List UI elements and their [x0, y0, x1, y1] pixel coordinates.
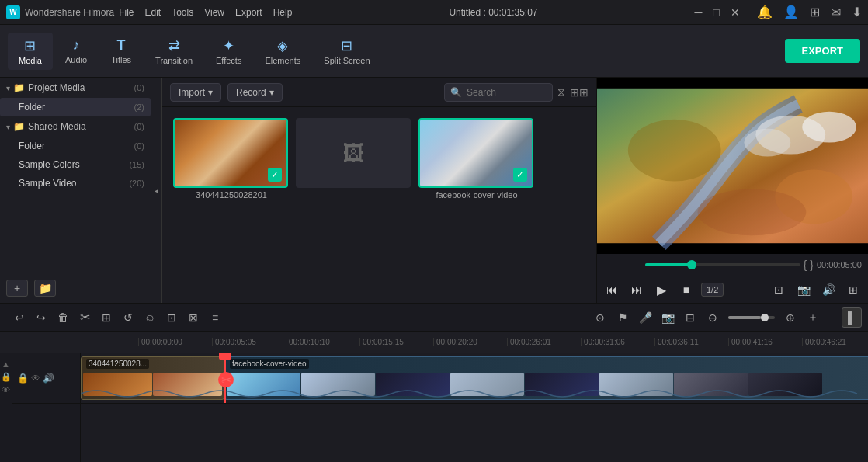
timeline-area: ↩ ↪ 🗑 ✂ ⊞ ↺ ☺ ⊡ ⊠ ≡ ⊙ ⚑ 🎤 📷 ⊟ ⊖ ⊕ ＋ ▌ [0, 303, 868, 462]
tl-add-button[interactable]: ＋ [803, 307, 823, 328]
crop-button[interactable]: ⊞ [96, 307, 116, 328]
prev-rewind-button[interactable]: ⏮ [602, 280, 622, 300]
prev-prev-button[interactable]: ⏭ [627, 280, 647, 300]
sidebar-collapse-button[interactable]: ◂ [151, 78, 162, 303]
delete-button[interactable]: 🗑 [53, 307, 73, 328]
svg-point-1 [628, 120, 721, 182]
filter-icon[interactable]: ⧖ [557, 85, 565, 99]
bracket-right[interactable]: } [810, 259, 814, 271]
audio-adj-button[interactable]: ⊠ [183, 307, 203, 328]
speed-button[interactable]: ↺ [118, 307, 138, 328]
track-collapse-icon[interactable]: ▲ [2, 360, 10, 369]
media-item-0[interactable]: ✓ 340441250028201 [173, 118, 290, 200]
prev-screenshot-button[interactable]: 📷 [793, 280, 814, 300]
toolbar-titles[interactable]: T Titles [99, 33, 143, 69]
transform-button[interactable]: ⊡ [161, 307, 182, 328]
sample-colors-label: Sample Colors [19, 159, 80, 170]
sample-video-label: Sample Video [19, 178, 77, 189]
timeline-toolbar: ↩ ↪ 🗑 ✂ ⊞ ↺ ☺ ⊡ ⊠ ≡ ⊙ ⚑ 🎤 📷 ⊟ ⊖ ⊕ ＋ ▌ [0, 304, 868, 332]
redo-button[interactable]: ↪ [31, 307, 51, 328]
zoom-slider-fill [728, 316, 761, 319]
toolbar-splitscreen[interactable]: ⊟ Split Screen [313, 33, 380, 70]
zoom-slider-handle[interactable] [761, 314, 769, 321]
elements-icon: ◈ [277, 37, 288, 54]
tl-snapshot-button[interactable]: 📷 [658, 307, 678, 328]
undo-button[interactable]: ↩ [9, 307, 30, 328]
sidebar-section-project-media[interactable]: ▾ 📁 Project Media (0) [0, 78, 151, 98]
sidebar-section-shared-media[interactable]: ▾ 📁 Shared Media (0) [0, 116, 151, 137]
sidebar-item-folder-1[interactable]: Folder (2) [0, 98, 151, 116]
export-button[interactable]: EXPORT [785, 39, 860, 63]
audio-waveform-overlay [81, 386, 868, 401]
effects-icon: ✦ [223, 37, 234, 54]
effects-label: Effects [216, 56, 241, 65]
prev-play-button[interactable]: ▶ [651, 280, 672, 300]
tl-magnet-button[interactable]: ⊙ [590, 307, 610, 328]
prev-more-button[interactable]: ⊞ [843, 280, 863, 300]
tl-screen-button[interactable]: ⊟ [680, 307, 700, 328]
account-icon[interactable]: 👤 [783, 5, 799, 19]
bracket-left[interactable]: { [804, 259, 807, 271]
zoom-slider[interactable] [728, 316, 775, 319]
app-name: Wondershare Filmora [25, 7, 114, 18]
tl-marker-button[interactable]: ⚑ [613, 307, 633, 328]
toolbar-elements[interactable]: ◈ Elements [254, 33, 311, 70]
media-item-2[interactable]: ✓ facebook-cover-video [418, 118, 535, 200]
ruler-mark-4: 00:00:20:20 [433, 338, 507, 346]
menu-export[interactable]: Export [235, 7, 262, 18]
shared-media-title: Shared Media [28, 121, 131, 132]
prev-fullscreen-button[interactable]: ⊡ [769, 280, 789, 300]
menu-view[interactable]: View [204, 7, 224, 18]
import-button[interactable]: Import ▾ [170, 83, 221, 102]
download-icon[interactable]: ⬇ [852, 5, 862, 19]
preview-seekbar[interactable] [645, 263, 800, 266]
sidebar-item-sample-video[interactable]: Sample Video (20) [0, 174, 151, 193]
tl-zoom-in-button[interactable]: ⊕ [780, 307, 800, 328]
grid-icon[interactable]: ⊞ [810, 5, 820, 19]
track-speaker-icon[interactable]: 🔊 [43, 373, 54, 384]
ruler-mark-1: 00:00:05:05 [212, 338, 286, 346]
close-icon[interactable]: ✕ [731, 6, 740, 19]
notification-icon[interactable]: 🔔 [757, 5, 773, 19]
toolbar-media[interactable]: ⊞ Media [8, 33, 53, 70]
media-grid: ✓ 340441250028201 🖼 ✓ facebook-cover-vid… [162, 107, 596, 303]
quality-selector[interactable]: 1/2 [701, 283, 724, 297]
tl-zoom-out-button[interactable]: ⊖ [703, 307, 723, 328]
minimize-icon[interactable]: ─ [695, 6, 703, 19]
tl-mic-button[interactable]: 🎤 [635, 307, 655, 328]
tl-panel-toggle[interactable]: ▌ [842, 307, 862, 328]
menu-edit[interactable]: Edit [145, 7, 161, 18]
ruler-mark-8: 00:00:41:16 [728, 338, 802, 346]
menu-help[interactable]: Help [273, 7, 293, 18]
track-video-icons: 🔒 👁 🔊 [17, 373, 54, 384]
seekbar-handle[interactable] [687, 260, 696, 269]
new-folder-button[interactable]: 📁 [34, 280, 56, 297]
sidebar-item-sample-colors[interactable]: Sample Colors (15) [0, 155, 151, 174]
maximize-icon[interactable]: □ [713, 6, 720, 19]
prev-stop-button[interactable]: ■ [676, 280, 696, 300]
color-button[interactable]: ☺ [140, 307, 160, 328]
add-folder-button[interactable]: + [6, 280, 28, 297]
prev-volume-button[interactable]: 🔊 [818, 280, 838, 300]
mail-icon[interactable]: ✉ [831, 5, 841, 19]
collapse-chevron-icon: ◂ [155, 186, 158, 195]
toolbar-effects[interactable]: ✦ Effects [205, 33, 252, 70]
more-button[interactable]: ≡ [205, 307, 225, 328]
media-item-1[interactable]: 🖼 [296, 118, 412, 200]
track-lock-icon-2[interactable]: 🔒 [17, 373, 29, 384]
cut-button[interactable]: ✂ [75, 307, 95, 328]
record-button[interactable]: Record ▾ [227, 83, 283, 102]
track-eye-icon[interactable]: 👁 [2, 385, 10, 394]
toolbar-transition[interactable]: ⇄ Transition [144, 33, 203, 70]
menu-tools[interactable]: Tools [172, 7, 193, 18]
transition-label: Transition [155, 56, 193, 65]
timeline-middle-controls: ⊙ ⚑ 🎤 📷 ⊟ ⊖ ⊕ ＋ [585, 307, 828, 328]
grid-view-icon[interactable]: ⊞⊞ [570, 86, 589, 99]
track-label-video: 🔒 👁 🔊 [12, 353, 80, 404]
sidebar-item-folder-2[interactable]: Folder (0) [0, 137, 151, 155]
media-thumb-0: ✓ [173, 118, 288, 188]
track-eye-icon-2[interactable]: 👁 [31, 373, 40, 384]
toolbar-audio[interactable]: ♪ Audio [54, 33, 98, 69]
track-lock-icon[interactable]: 🔒 [1, 372, 12, 382]
menu-file[interactable]: File [119, 7, 134, 18]
